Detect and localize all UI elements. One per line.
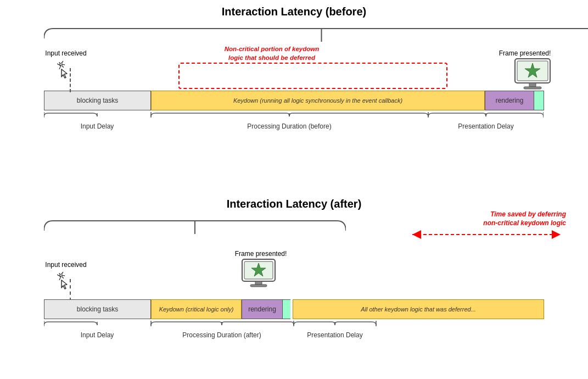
- svg-marker-1: [57, 61, 65, 69]
- bot-frame-presented-label: Frame presented!: [231, 250, 291, 258]
- bot-input-dotted-line: [70, 279, 71, 301]
- svg-text:Presentation Delay: Presentation Delay: [307, 331, 362, 339]
- top-annotation-line2: logic that should be deferred: [228, 54, 315, 61]
- bot-bar-rendering-purple: rendering: [242, 299, 283, 319]
- bot-timeline-row: blocking tasks Keydown (critical logic o…: [44, 299, 544, 319]
- top-frame-presented-label: Frame presented!: [495, 49, 555, 57]
- top-presentation-label: Presentation Delay: [458, 122, 513, 130]
- top-diagram: Interaction Latency (before) Input recei…: [16, 5, 572, 176]
- bot-bottom-braces: Input Delay Processing Duration (after) …: [44, 321, 544, 352]
- svg-text:Processing Duration (after): Processing Duration (after): [182, 331, 261, 339]
- svg-rect-7: [524, 87, 541, 89]
- top-input-delay-label: Input Delay: [81, 122, 114, 130]
- bot-red-annotation: Time saved by deferring non-critical key…: [407, 210, 566, 239]
- bot-outer-brace: [44, 219, 346, 234]
- top-input-received-label: Input received: [44, 49, 88, 57]
- top-monitor-icon: [513, 58, 552, 93]
- top-input-dotted-line: [70, 68, 71, 92]
- top-timeline-row: blocking tasks Keydown (running all logi…: [44, 91, 544, 110]
- top-dashed-box: [178, 63, 447, 89]
- svg-text:Input Delay: Input Delay: [81, 331, 114, 339]
- bot-bar-keydown: Keydown (critical logic only): [151, 299, 242, 319]
- bot-green-tail: [283, 299, 290, 319]
- bot-red-arrow-line: [407, 230, 566, 239]
- svg-rect-24: [255, 281, 262, 285]
- top-outer-brace: [44, 26, 588, 42]
- svg-marker-19: [57, 272, 65, 280]
- top-bar-rendering-purple: rendering: [485, 91, 534, 110]
- bot-arrow-text1: Time saved by deferring non-critical key…: [407, 210, 566, 227]
- svg-marker-2: [61, 69, 67, 78]
- top-bar-blocking: blocking tasks: [44, 91, 151, 110]
- bot-title: Interaction Latency (after): [16, 198, 572, 210]
- bot-input-received-label: Input received: [44, 261, 88, 269]
- svg-rect-25: [250, 285, 267, 287]
- top-processing-label: Processing Duration (before): [247, 122, 331, 130]
- bottom-diagram: Interaction Latency (after) Time saved b…: [16, 198, 572, 368]
- top-bottom-braces: Input Delay Processing Duration (before)…: [44, 112, 544, 143]
- bot-bar-blocking: blocking tasks: [44, 299, 151, 319]
- diagram-container: Interaction Latency (before) Input recei…: [0, 0, 588, 379]
- bot-monitor-icon: [240, 258, 277, 291]
- svg-marker-20: [61, 280, 67, 289]
- top-red-annotation: Non-critical portion of keydown logic th…: [203, 45, 340, 62]
- bot-cursor-icon: [54, 270, 76, 297]
- svg-rect-6: [529, 83, 536, 87]
- bot-bar-deferred: All other keydown logic that was deferre…: [293, 299, 544, 319]
- top-green-tail: [534, 91, 544, 110]
- top-bar-keydown: Keydown (running all logic synchronously…: [151, 91, 485, 110]
- top-cursor-icon: [54, 59, 76, 86]
- top-annotation-line1: Non-critical portion of keydown: [225, 46, 320, 52]
- top-title: Interaction Latency (before): [16, 5, 572, 18]
